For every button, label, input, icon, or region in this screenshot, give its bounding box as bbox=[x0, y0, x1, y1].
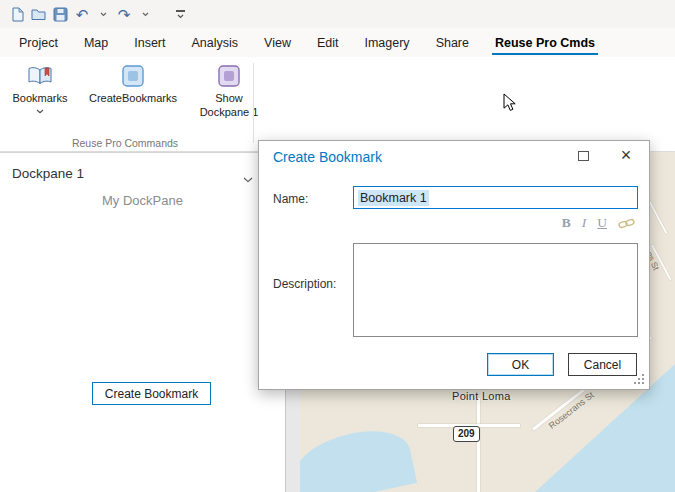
hyperlink-button[interactable] bbox=[618, 216, 635, 230]
ok-button[interactable]: OK bbox=[487, 353, 554, 376]
create-bookmarks-icon bbox=[121, 62, 145, 89]
tab-insert[interactable]: Insert bbox=[121, 28, 178, 57]
create-bookmark-button[interactable]: Create Bookmark bbox=[92, 382, 211, 405]
dialog-titlebar[interactable]: Create Bookmark × bbox=[259, 141, 649, 171]
bookmarks-button[interactable]: Bookmarks bbox=[8, 62, 72, 114]
undo-button[interactable]: ↶ bbox=[73, 3, 91, 25]
chevron-down-icon bbox=[36, 109, 44, 114]
name-input-value: Bookmark 1 bbox=[358, 190, 429, 206]
text-format-toolbar: B I U bbox=[562, 215, 635, 231]
bookmarks-book-icon bbox=[27, 62, 53, 89]
tab-project[interactable]: Project bbox=[6, 28, 71, 57]
dockpane-content-text: My DockPane bbox=[0, 193, 285, 208]
customize-quick-access-button[interactable] bbox=[171, 3, 189, 25]
chevron-down-icon bbox=[177, 14, 184, 19]
dialog-title: Create Bookmark bbox=[273, 149, 382, 165]
open-project-icon bbox=[31, 8, 46, 20]
create-bookmark-button-label: Create Bookmark bbox=[105, 387, 198, 401]
redo-dropdown-button[interactable] bbox=[136, 3, 154, 25]
map-place-label: Point Loma bbox=[452, 390, 511, 402]
close-button[interactable]: × bbox=[615, 144, 637, 166]
tab-view[interactable]: View bbox=[251, 28, 304, 57]
undo-dropdown-button[interactable] bbox=[94, 3, 112, 25]
description-textarea[interactable] bbox=[353, 243, 638, 337]
tab-reuse-pro-cmds[interactable]: Reuse Pro Cmds bbox=[482, 28, 608, 57]
bold-button[interactable]: B bbox=[562, 215, 571, 231]
cancel-button[interactable]: Cancel bbox=[568, 353, 637, 376]
italic-button[interactable]: I bbox=[582, 215, 587, 231]
save-project-icon bbox=[53, 7, 68, 22]
application-window: ↶ ↷ Project Map Insert Analysis View Edi… bbox=[0, 0, 675, 492]
dockpane-menu-button[interactable] bbox=[243, 169, 253, 187]
name-input[interactable]: Bookmark 1 bbox=[353, 186, 638, 209]
ribbon-tab-bar: Project Map Insert Analysis View Edit Im… bbox=[0, 28, 675, 57]
redo-icon: ↷ bbox=[118, 7, 131, 22]
chevron-down-icon bbox=[243, 177, 253, 183]
description-label: Description: bbox=[273, 277, 336, 291]
tab-analysis[interactable]: Analysis bbox=[179, 28, 252, 57]
bookmarks-button-label: Bookmarks bbox=[12, 92, 67, 106]
chevron-down-icon bbox=[142, 12, 149, 17]
show-dockpane-icon bbox=[217, 62, 241, 89]
tab-edit[interactable]: Edit bbox=[304, 28, 352, 57]
ok-button-label: OK bbox=[512, 358, 529, 372]
tab-map[interactable]: Map bbox=[71, 28, 121, 57]
underline-button[interactable]: U bbox=[597, 215, 607, 231]
name-label: Name: bbox=[273, 192, 308, 206]
link-icon bbox=[618, 216, 635, 230]
redo-button[interactable]: ↷ bbox=[115, 3, 133, 25]
close-icon: × bbox=[621, 145, 632, 166]
dockpane-title: Dockpane 1 bbox=[12, 166, 84, 181]
quick-access-toolbar: ↶ ↷ bbox=[0, 0, 675, 28]
maximize-button[interactable] bbox=[578, 151, 589, 161]
save-project-button[interactable] bbox=[51, 3, 70, 25]
route-shield: 209 bbox=[453, 426, 480, 442]
water-area bbox=[300, 422, 417, 492]
cancel-button-label: Cancel bbox=[584, 358, 621, 372]
chevron-down-icon bbox=[100, 12, 107, 17]
create-bookmarks-button-label: CreateBookmarks bbox=[89, 92, 177, 106]
tab-share[interactable]: Share bbox=[423, 28, 482, 57]
dockpane-header[interactable]: Dockpane 1 bbox=[0, 153, 285, 190]
new-project-button[interactable] bbox=[8, 3, 26, 25]
ribbon-content: Bookmarks CreateBookmarks Show Dockpane … bbox=[0, 57, 675, 152]
resize-grip[interactable] bbox=[634, 374, 645, 385]
new-project-icon bbox=[11, 7, 24, 22]
ribbon-group-label: Reuse Pro Commands bbox=[0, 137, 250, 149]
open-project-button[interactable] bbox=[29, 3, 48, 25]
create-bookmark-dialog: Create Bookmark × Name: Bookmark 1 B I U… bbox=[258, 140, 650, 390]
map-road bbox=[477, 398, 480, 492]
dockpane-panel: Dockpane 1 My DockPane Create Bookmark bbox=[0, 152, 286, 492]
tab-imagery[interactable]: Imagery bbox=[351, 28, 422, 57]
create-bookmarks-button[interactable]: CreateBookmarks bbox=[82, 62, 184, 106]
ribbon-group-separator bbox=[253, 63, 254, 143]
undo-icon: ↶ bbox=[76, 7, 89, 22]
customize-toolbar-icon bbox=[176, 10, 185, 12]
